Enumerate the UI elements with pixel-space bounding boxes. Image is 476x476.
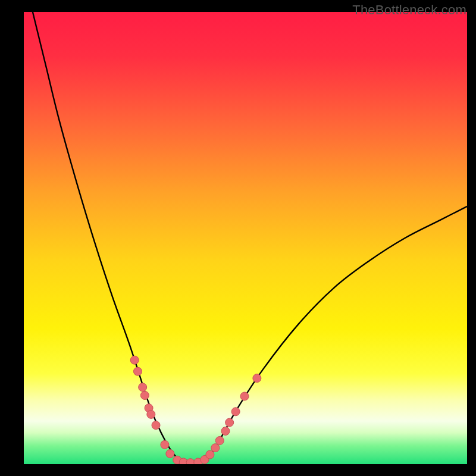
data-marker [130,356,139,364]
plot-area [24,12,467,464]
chart-svg [24,12,467,464]
data-marker [211,444,220,452]
data-marker [226,418,234,427]
chart-frame: TheBottleneck.com [0,0,476,476]
data-marker [240,392,249,400]
data-marker [147,410,155,418]
data-marker [221,427,230,436]
data-marker [253,374,261,383]
data-marker [231,408,240,416]
data-marker [133,367,142,375]
data-marker [166,450,174,458]
data-marker [186,459,195,464]
data-marker [206,450,214,459]
data-marker [139,383,147,392]
watermark-text: TheBottleneck.com [352,2,466,18]
data-marker [152,421,160,430]
data-marker [215,436,224,444]
data-marker [161,440,169,449]
data-marker [140,391,149,399]
